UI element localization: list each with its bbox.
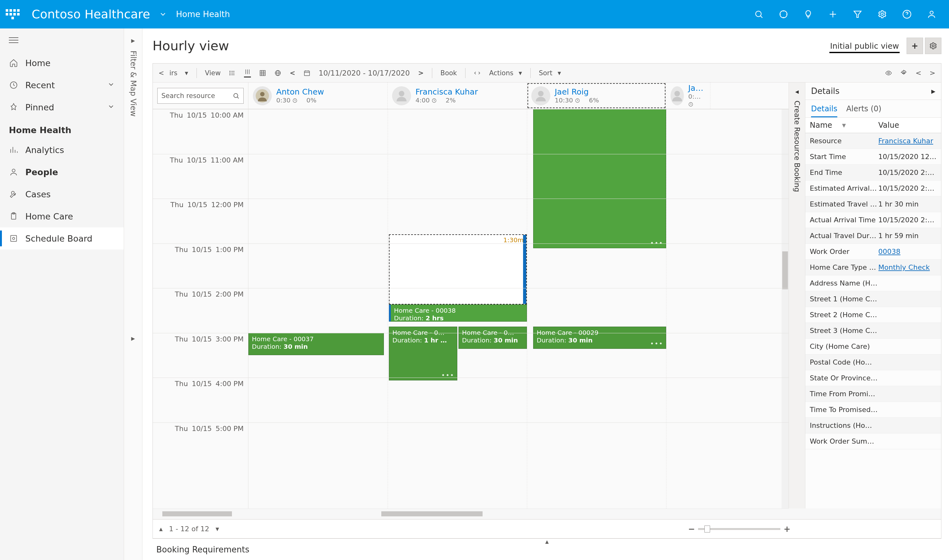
- search-resource-input[interactable]: Search resource: [157, 88, 244, 104]
- main-area: Hourly view Initial public view + < irs …: [142, 28, 949, 560]
- tab-alerts[interactable]: Alerts (0): [846, 105, 881, 117]
- view-list-icon[interactable]: [229, 69, 236, 77]
- chevron-right-icon[interactable]: >: [930, 69, 935, 77]
- plus-icon[interactable]: [828, 9, 838, 19]
- chevron-down-icon[interactable]: ▾: [842, 121, 846, 130]
- view-globe-icon[interactable]: [274, 69, 281, 77]
- time-slot: Thu10/1512:00 PM: [153, 198, 248, 243]
- svg-line-41: [237, 97, 239, 98]
- view-columns-icon[interactable]: [244, 68, 251, 77]
- nav-label: Schedule Board: [25, 234, 93, 243]
- svg-rect-34: [304, 71, 310, 75]
- detail-row: Street 2 (Home C…: [805, 307, 941, 323]
- resource-name: Jael Roig: [555, 87, 599, 97]
- resource-column[interactable]: Ja…0:…: [666, 83, 710, 109]
- detail-row: State Or Province…: [805, 370, 941, 386]
- search-icon[interactable]: [754, 9, 764, 19]
- nav-pinned[interactable]: Pinned: [0, 96, 124, 118]
- new-view-button[interactable]: +: [907, 38, 923, 54]
- nav-recent[interactable]: Recent: [0, 74, 124, 96]
- resource-column[interactable]: Anton Chew0:30 0%: [248, 83, 387, 109]
- nav-people[interactable]: People: [0, 161, 124, 183]
- svg-point-0: [756, 11, 761, 17]
- detail-link[interactable]: Francisca Kuhar: [878, 137, 937, 145]
- chevron-down-icon[interactable]: [159, 10, 167, 18]
- prev-button[interactable]: <: [290, 69, 295, 77]
- back-button[interactable]: < irs ▾: [159, 69, 188, 77]
- svg-point-47: [538, 91, 544, 97]
- app-top-bar: Contoso Healthcare Home Health: [0, 0, 949, 28]
- svg-rect-26: [260, 70, 265, 75]
- grid-scrollbar[interactable]: [248, 508, 789, 519]
- chevron-down-icon: [107, 102, 115, 112]
- clock-icon: [9, 80, 19, 90]
- detail-row: Home Care Type …Monthly Check: [805, 260, 941, 275]
- filter-map-view-strip[interactable]: ▸ Filter & Map View ▸: [124, 28, 142, 560]
- detail-row: Start Time10/15/2020 12:33 …: [805, 149, 941, 165]
- app-launcher-icon[interactable]: [5, 7, 20, 22]
- detail-row: Postal Code (Ho…: [805, 354, 941, 370]
- help-icon[interactable]: [902, 9, 912, 19]
- view-label[interactable]: Initial public view: [829, 39, 900, 53]
- avatar: [531, 86, 550, 105]
- svg-marker-5: [854, 11, 861, 17]
- detail-link[interactable]: 00038: [878, 248, 937, 255]
- chevron-up-icon[interactable]: ▴: [159, 525, 163, 533]
- svg-point-43: [260, 92, 265, 96]
- actions-button[interactable]: Actions ▾: [474, 69, 522, 77]
- nav-label: Home: [25, 58, 51, 68]
- board-icon: [9, 234, 19, 243]
- hamburger-icon[interactable]: [0, 28, 124, 52]
- detail-row: Address Name (H…: [805, 275, 941, 291]
- nav-label: People: [25, 167, 58, 177]
- next-button[interactable]: >: [418, 69, 424, 77]
- svg-point-20: [230, 71, 230, 71]
- resource-column[interactable]: Francisca Kuhar4:00 2%: [387, 83, 527, 109]
- resource-name: Anton Chew: [276, 87, 324, 97]
- target-icon[interactable]: [779, 9, 788, 19]
- chevron-right-icon[interactable]: ▸: [931, 86, 935, 96]
- detail-link[interactable]: Monthly Check: [878, 263, 937, 271]
- calendar-icon[interactable]: [304, 69, 310, 77]
- chevron-left-icon: ◂: [795, 88, 799, 100]
- svg-point-2: [780, 11, 787, 18]
- gear-icon[interactable]: [878, 9, 887, 19]
- view-settings-button[interactable]: [925, 38, 941, 54]
- nav-home[interactable]: Home: [0, 52, 124, 74]
- time-slot: Thu10/151:00 PM: [153, 243, 248, 288]
- left-nav: Home Recent Pinned Home Health Analytics…: [0, 28, 124, 560]
- search-icon: [233, 92, 239, 99]
- chevron-up-icon: ▴: [545, 538, 549, 545]
- svg-point-45: [399, 91, 404, 97]
- tab-details[interactable]: Details: [811, 105, 837, 117]
- zoom-slider[interactable]: − +: [688, 524, 790, 534]
- pin-icon: [9, 102, 19, 112]
- resource-name: Francisca Kuhar: [415, 87, 478, 97]
- page-title: Hourly view: [153, 38, 229, 54]
- view-grid-icon[interactable]: [259, 69, 266, 77]
- bulb-icon[interactable]: [804, 9, 813, 19]
- nav-analytics[interactable]: Analytics: [0, 139, 124, 161]
- create-booking-strip[interactable]: ◂ Create Resource Booking: [789, 83, 805, 508]
- time-scrollbar[interactable]: [153, 508, 248, 519]
- chevron-right-icon[interactable]: ▸: [131, 334, 135, 343]
- booking-requirements-bar[interactable]: ▴ Booking Requirements: [153, 538, 941, 560]
- svg-point-22: [230, 74, 230, 75]
- time-slot: Thu10/154:00 PM: [153, 378, 248, 422]
- resource-column[interactable]: Jael Roig10:30 6%: [527, 83, 666, 109]
- nav-schedule-board[interactable]: Schedule Board: [0, 227, 124, 249]
- detail-row: City (Home Care): [805, 338, 941, 354]
- chevron-down-icon[interactable]: ▾: [216, 525, 219, 533]
- nav-home-care[interactable]: Home Care: [0, 205, 124, 227]
- sort-button[interactable]: Sort ▾: [539, 69, 561, 77]
- svg-rect-14: [11, 235, 17, 242]
- book-button[interactable]: Book: [440, 69, 457, 77]
- eye-icon[interactable]: [885, 69, 892, 77]
- detail-row: ResourceFrancisca Kuhar: [805, 133, 941, 149]
- chevron-left-icon[interactable]: <: [915, 69, 921, 77]
- filter-icon[interactable]: [853, 9, 862, 19]
- nav-cases[interactable]: Cases: [0, 183, 124, 205]
- person-icon[interactable]: [927, 9, 936, 19]
- gear-icon[interactable]: [900, 69, 907, 77]
- detail-row: Time To Promised…: [805, 402, 941, 418]
